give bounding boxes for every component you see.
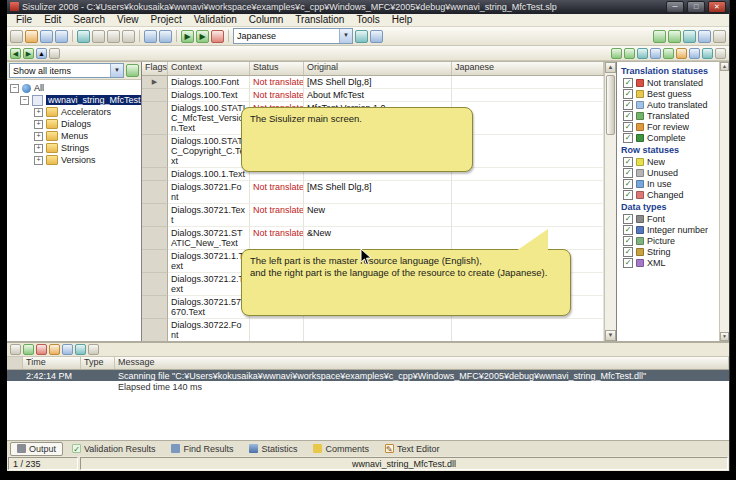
tree-item-file[interactable]: − wwnavi_string_MfcTest.dll xyxy=(7,94,141,106)
save-all-icon[interactable] xyxy=(55,30,68,43)
table-row[interactable]: ▶ Dialogs.100.Font Not translated [MS Sh… xyxy=(142,76,604,89)
expand-icon[interactable]: + xyxy=(34,132,43,141)
row-flags-cell[interactable] xyxy=(142,135,168,168)
checkbox-icon[interactable]: ✓ xyxy=(623,168,633,178)
row-flags-cell[interactable] xyxy=(142,319,168,341)
stop-icon[interactable] xyxy=(211,30,224,43)
tab-statistics[interactable]: Statistics xyxy=(242,442,304,456)
tab-find-results[interactable]: Find Results xyxy=(164,442,240,456)
original-cell[interactable]: &New xyxy=(304,227,452,250)
menu-edit[interactable]: Edit xyxy=(38,14,67,25)
chevron-down-icon[interactable]: ▼ xyxy=(339,29,352,43)
checkbox-icon[interactable]: ✓ xyxy=(623,78,633,88)
filter-not-translated[interactable]: ✓ Not translated xyxy=(621,77,718,88)
checkbox-icon[interactable]: ✓ xyxy=(623,133,633,143)
row-flags-cell[interactable] xyxy=(142,273,168,296)
language-select[interactable]: Japanese ▼ xyxy=(233,28,353,44)
original-cell[interactable]: New xyxy=(304,204,452,227)
context-cell[interactable]: Dialogs.100.Font xyxy=(168,76,250,89)
expand-icon[interactable]: + xyxy=(34,144,43,153)
minimize-button[interactable]: ─ xyxy=(666,1,684,13)
menu-tools[interactable]: Tools xyxy=(350,14,385,25)
scrollbar-thumb[interactable] xyxy=(606,75,615,135)
checkbox-icon[interactable]: ✓ xyxy=(623,122,633,132)
scrollbar-track[interactable] xyxy=(720,71,729,332)
scroll-up-icon[interactable]: ▲ xyxy=(605,62,616,73)
translate-icon[interactable] xyxy=(698,30,711,43)
japanese-cell[interactable] xyxy=(452,319,604,341)
row-flags-cell[interactable] xyxy=(142,250,168,273)
column-header-type[interactable]: Type xyxy=(81,357,115,369)
filter-integer-number[interactable]: ✓ Integer number xyxy=(621,224,718,235)
row-flags-cell[interactable] xyxy=(142,102,168,135)
options-icon[interactable] xyxy=(715,48,726,59)
filter-picture[interactable]: ✓ Picture xyxy=(621,235,718,246)
japanese-cell[interactable] xyxy=(452,135,604,168)
row-flags-cell[interactable] xyxy=(142,296,168,319)
copy-icon[interactable] xyxy=(107,30,120,43)
undo-icon[interactable] xyxy=(144,30,157,43)
original-cell[interactable]: About MfcTest xyxy=(304,89,452,102)
checkbox-icon[interactable]: ✓ xyxy=(623,190,633,200)
properties-icon[interactable] xyxy=(650,48,661,59)
scroll-down-icon[interactable]: ▼ xyxy=(605,330,616,341)
context-cell[interactable]: Dialogs.100.Text xyxy=(168,89,250,102)
delete-language-icon[interactable] xyxy=(637,48,648,59)
menu-project[interactable]: Project xyxy=(145,14,188,25)
context-cell[interactable]: Dialogs.30721.STATIC_New_.Text xyxy=(168,227,250,250)
cut-icon[interactable] xyxy=(92,30,105,43)
filter-string[interactable]: ✓ String xyxy=(621,246,718,257)
play-all-icon[interactable]: ▶ xyxy=(196,30,209,43)
menu-column[interactable]: Column xyxy=(243,14,289,25)
collapse-icon[interactable]: − xyxy=(10,84,19,93)
new-project-icon[interactable] xyxy=(10,30,23,43)
collapse-icon[interactable]: − xyxy=(20,96,29,105)
exchange-icon[interactable] xyxy=(355,30,368,43)
table-row[interactable]: Dialogs.30721.Text Not translated New xyxy=(142,204,604,227)
status-cell[interactable]: Not translated xyxy=(250,227,304,250)
back-icon[interactable]: ◀ xyxy=(10,48,21,59)
tree-item-strings[interactable]: + Strings xyxy=(7,142,141,154)
table-row[interactable]: Dialogs.100.Text Not translated About Mf… xyxy=(142,89,604,102)
report-icon[interactable] xyxy=(702,48,713,59)
filter-in-use[interactable]: ✓ In use xyxy=(621,178,718,189)
tree-item-menus[interactable]: + Menus xyxy=(7,130,141,142)
row-flags-cell[interactable]: ▶ xyxy=(142,76,168,89)
play-icon[interactable]: ▶ xyxy=(181,30,194,43)
scroll-down-icon[interactable]: ▼ xyxy=(720,332,729,341)
help-icon[interactable] xyxy=(713,30,726,43)
filter-changed[interactable]: ✓ Changed xyxy=(621,189,718,200)
filter-xml[interactable]: ✓ XML xyxy=(621,257,718,268)
context-cell[interactable]: Dialogs.100.1.Text xyxy=(168,168,250,181)
new-language-icon[interactable] xyxy=(611,48,622,59)
japanese-cell[interactable] xyxy=(452,181,604,204)
build-icon[interactable] xyxy=(676,48,687,59)
checkbox-icon[interactable]: ✓ xyxy=(623,214,633,224)
column-header-time[interactable]: Time xyxy=(23,357,81,369)
refresh-icon[interactable] xyxy=(49,48,60,59)
filter-for-review[interactable]: ✓ For review xyxy=(621,121,718,132)
menu-validation[interactable]: Validation xyxy=(188,14,243,25)
log-row[interactable]: Elapsed time 140 ms xyxy=(7,381,729,392)
checkbox-icon[interactable]: ✓ xyxy=(623,236,633,246)
table-row[interactable]: Dialogs.30722.Font xyxy=(142,319,604,341)
edit-language-icon[interactable] xyxy=(624,48,635,59)
column-header-flags[interactable]: Flags xyxy=(142,62,168,75)
filter-translated[interactable]: ✓ Translated xyxy=(621,110,718,121)
tab-validation-results[interactable]: ✓ Validation Results xyxy=(65,442,162,456)
up-icon[interactable]: ▲ xyxy=(36,48,47,59)
row-flags-cell[interactable] xyxy=(142,181,168,204)
filter-best-guess[interactable]: ✓ Best guess xyxy=(621,88,718,99)
context-cell[interactable]: Dialogs.30722.Font xyxy=(168,319,250,341)
row-flags-cell[interactable] xyxy=(142,227,168,250)
preview-icon[interactable] xyxy=(689,48,700,59)
context-cell[interactable]: Dialogs.30721.57670.Text xyxy=(168,296,250,319)
checkbox-icon[interactable]: ✓ xyxy=(623,258,633,268)
status-cell[interactable]: Not translated xyxy=(250,204,304,227)
menu-translation[interactable]: Translation xyxy=(289,14,350,25)
column-header-original[interactable]: Original xyxy=(304,62,452,75)
import-icon[interactable] xyxy=(370,30,383,43)
menu-help[interactable]: Help xyxy=(386,14,419,25)
japanese-cell[interactable] xyxy=(452,102,604,135)
status-cell[interactable]: Not translated xyxy=(250,181,304,204)
